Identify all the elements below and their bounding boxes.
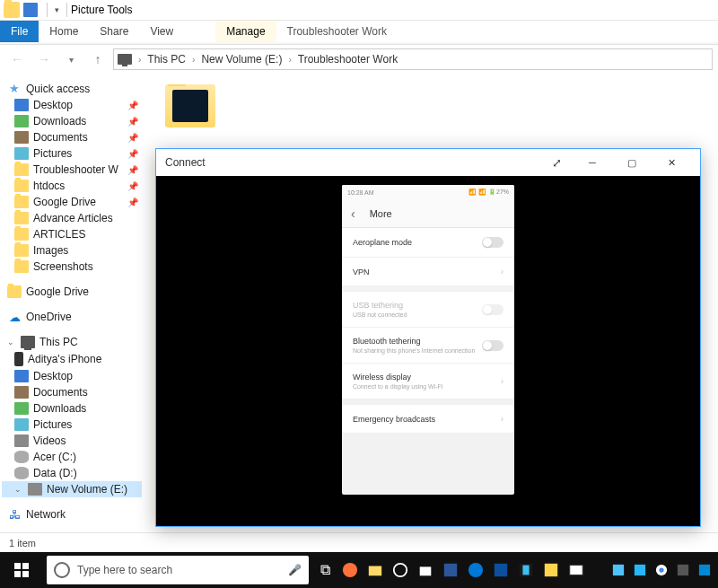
pin-icon: 📌 [127,165,138,175]
connect-body: 10:28 AM 📶 📶 🔋27% ‹ More Aeroplane mode … [156,176,700,526]
network-header[interactable]: 🖧Network [2,506,142,522]
svg-rect-19 [678,565,688,575]
sidebar-item-pictures-pc[interactable]: Pictures [2,417,142,433]
sidebar-item-google-drive[interactable]: Google Drive📌 [2,194,142,210]
toggle-icon [482,304,503,315]
sidebar-item-articles[interactable]: ARTICLES [2,226,142,242]
task-view-button[interactable]: ⧉ [312,552,337,588]
sidebar-item-pictures[interactable]: Pictures📌 [2,145,142,162]
taskbar-app-mail[interactable] [564,552,589,588]
sidebar-item-downloads-pc[interactable]: Downloads [2,400,142,417]
nav-back-button[interactable]: ← [5,48,29,71]
taskbar-app-sticky-notes[interactable] [538,552,564,588]
maximize-button[interactable]: ▢ [612,149,652,176]
taskbar-app-generic1[interactable] [488,552,513,588]
connect-window: Connect ⤢ ─ ▢ ✕ 10:28 AM 📶 📶 🔋27% ‹ More… [155,148,701,527]
breadcrumb-root[interactable]: This PC [145,53,188,66]
pin-icon: 📌 [127,133,138,143]
expand-icon[interactable]: ⌄ [7,338,16,347]
google-drive-header[interactable]: Google Drive [2,284,142,300]
sidebar-item-advance-articles[interactable]: Advance Articles [2,210,142,226]
qat-dropdown-icon[interactable]: ▾ [55,5,59,14]
chevron-right-icon[interactable]: › [189,55,197,65]
quick-access-header[interactable]: ★Quick access [2,81,142,97]
sidebar-item-data-d[interactable]: Data (D:) [2,465,142,481]
phone-row-emergency-broadcasts[interactable]: Emergency broadcasts › [342,405,514,434]
nav-recent-dropdown[interactable]: ▾ [59,48,83,71]
sidebar-item-new-volume-e[interactable]: ⌄New Volume (E:) [2,481,142,497]
save-icon[interactable] [23,3,38,17]
chevron-right-icon[interactable]: › [285,55,293,65]
sidebar-item-htdocs[interactable]: htdocs📌 [2,178,142,194]
tray-icon[interactable] [630,552,650,588]
taskbar-app-store[interactable] [413,552,438,588]
pin-icon: 📌 [127,101,138,110]
search-placeholder: Type here to search [77,564,172,576]
sidebar-item-troubleshooter[interactable]: Troubleshooter W📌 [2,162,142,178]
phone-row-vpn[interactable]: VPN › [342,258,514,286]
nav-up-button[interactable]: ↑ [86,48,109,71]
tray-icon-chrome[interactable] [652,552,671,588]
window-title: Troubleshooter Work [276,21,398,42]
phone-row-bluetooth-tethering[interactable]: Bluetooth tetheringNot sharing this phon… [342,328,514,364]
sidebar-item-videos[interactable]: Videos [2,433,142,449]
toggle-icon[interactable] [482,237,503,248]
mic-icon[interactable]: 🎤 [288,564,302,576]
pin-icon: 📌 [127,149,138,159]
sidebar-item-images[interactable]: Images [2,242,142,259]
tray-icon[interactable] [673,552,693,588]
file-tab[interactable]: File [0,21,39,42]
minimize-button[interactable]: ─ [573,149,612,176]
taskbar-app-firefox[interactable] [337,552,363,588]
nav-forward-button[interactable]: → [32,48,56,71]
sidebar-item-documents[interactable]: Documents📌 [2,129,142,145]
manage-tab[interactable]: Manage [215,21,276,42]
back-icon[interactable]: ‹ [351,206,355,221]
phone-row-wireless-display[interactable]: Wireless displayConnect to a display usi… [342,364,514,399]
phone-row-aeroplane[interactable]: Aeroplane mode [342,228,514,258]
sidebar-item-documents-pc[interactable]: Documents [2,384,142,400]
taskbar-app-word[interactable] [438,552,463,588]
disk-icon [14,451,29,463]
taskbar-search[interactable]: Type here to search 🎤 [47,556,309,584]
svg-rect-13 [545,564,557,576]
chevron-right-icon[interactable]: › [136,55,144,65]
phone-header-title: More [370,208,392,219]
folder-item[interactable] [154,84,226,131]
breadcrumb-folder[interactable]: Troubleshooter Work [296,53,399,66]
sidebar-item-iphone[interactable]: Aditya's iPhone [2,350,142,368]
onedrive-icon: ☁ [7,311,22,323]
this-pc-header[interactable]: ⌄This PC [2,334,142,350]
svg-rect-1 [22,563,29,569]
taskbar-app-explorer[interactable] [363,552,388,588]
toggle-icon[interactable] [482,340,503,351]
view-tab[interactable]: View [139,21,184,42]
tray-icon-connect[interactable] [695,552,714,588]
system-tray [609,552,718,588]
sidebar-item-desktop-pc[interactable]: Desktop [2,368,142,384]
sidebar-item-downloads[interactable]: Downloads📌 [2,113,142,129]
pin-icon: 📌 [127,117,138,127]
svg-rect-14 [570,566,582,575]
svg-rect-7 [420,566,432,575]
connect-titlebar[interactable]: Connect ⤢ ─ ▢ ✕ [156,149,700,176]
close-button[interactable]: ✕ [652,149,691,176]
breadcrumb-drive[interactable]: New Volume (E:) [199,53,284,66]
taskbar-app-generic2[interactable] [513,552,538,588]
home-tab[interactable]: Home [39,21,89,42]
start-button[interactable] [0,552,43,588]
onedrive-header[interactable]: ☁OneDrive [2,309,142,325]
sidebar-item-acer-c[interactable]: Acer (C:) [2,449,142,465]
taskbar-app-edge[interactable] [463,552,488,588]
expand-icon[interactable]: ⤢ [552,156,562,170]
expand-icon[interactable]: ⌄ [14,485,23,494]
sidebar-item-screenshots[interactable]: Screenshots [2,259,142,275]
taskbar-app-settings[interactable] [388,552,413,588]
taskbar: Type here to search 🎤 ⧉ [0,552,718,588]
svg-rect-0 [14,563,21,569]
share-tab[interactable]: Share [89,21,139,42]
svg-point-4 [343,563,357,577]
tray-icon[interactable] [609,552,628,588]
address-bar[interactable]: › This PC › New Volume (E:) › Troublesho… [113,48,713,70]
sidebar-item-desktop[interactable]: Desktop📌 [2,97,142,113]
